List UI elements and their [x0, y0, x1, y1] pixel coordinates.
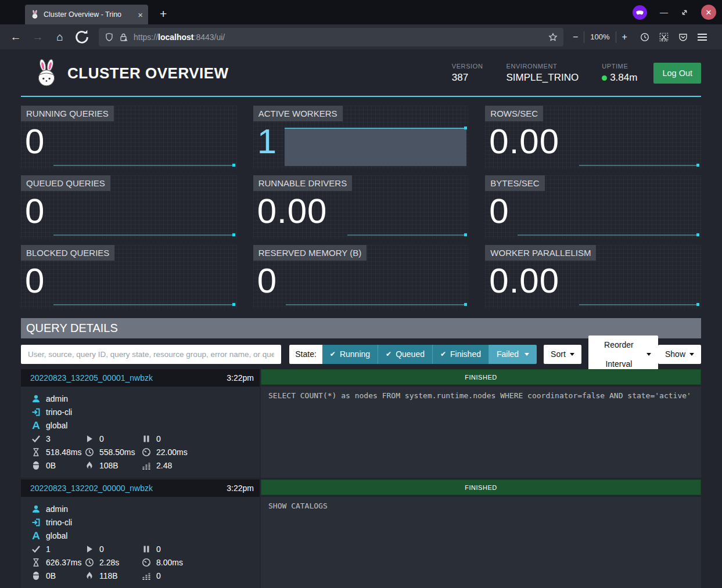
tile-running-queries: RUNNING QUERIES 0	[21, 106, 237, 169]
completed-splits-value: 1	[46, 544, 51, 554]
sparkline	[347, 235, 467, 236]
browser-toolbar: ← → ⌂ https://localhost:8443/ui/ − 100% …	[0, 24, 722, 49]
tile-label: QUEUED QUERIES	[21, 175, 110, 191]
state-filter-queued[interactable]: ✔ Queued	[378, 345, 433, 364]
query-filter-bar: State: ✔ Running ✔ Queued ✔ Finished Fai…	[21, 345, 701, 364]
zoom-in-button[interactable]: +	[622, 32, 627, 42]
pocket-icon[interactable]	[678, 33, 688, 42]
query-id-link[interactable]: 20220823_132205_00001_nwbzk	[30, 373, 153, 383]
query-row: 20220823_132202_00000_nwbzk 3:22pm FINIS…	[21, 479, 701, 588]
zoom-out-button[interactable]: −	[573, 32, 578, 42]
query-list: 20220823_132205_00001_nwbzk 3:22pm FINIS…	[21, 369, 701, 588]
sparkline	[518, 235, 699, 236]
sparkline	[53, 165, 235, 166]
uptime-block: UPTIME 3.84m	[602, 63, 637, 84]
wall-time-hourglass-icon	[31, 448, 41, 457]
tile-value: 0	[25, 264, 237, 298]
query-sql-pane: SELECT COUNT(*) as nodes FROM system.run…	[261, 387, 701, 478]
version-label: VERSION	[452, 63, 483, 70]
app-header: CLUSTER OVERVIEW VERSION 387 ENVIRONMENT…	[21, 49, 701, 97]
window-minimize-button[interactable]: —	[660, 8, 668, 17]
query-resource-group-value: global	[46, 421, 67, 430]
check-icon: ✔	[330, 345, 336, 364]
browser-tab[interactable]: Cluster Overview - Trino ×	[25, 5, 148, 24]
tile-bytes-sec: BYTES/SEC 0	[485, 175, 701, 239]
page-title: CLUSTER OVERVIEW	[67, 64, 452, 82]
tracking-shield-icon[interactable]	[105, 33, 114, 42]
running-splits-icon	[85, 544, 94, 554]
state-filter-running[interactable]: ✔ Running	[322, 345, 378, 364]
tile-label: RESERVED MEMORY (B)	[253, 245, 367, 261]
completed-splits-value: 3	[46, 434, 51, 443]
sparkline	[579, 304, 699, 305]
tab-title: Cluster Overview - Trino	[44, 10, 134, 19]
cumulative-memory-value: 0	[156, 571, 161, 580]
tile-rows-sec: ROWS/SEC 0.00	[485, 106, 701, 169]
query-user-value: admin	[46, 394, 68, 403]
caret-down-icon	[646, 353, 651, 356]
version-block: VERSION 387	[452, 63, 483, 84]
caret-down-icon	[689, 353, 694, 356]
check-icon: ✔	[440, 345, 446, 364]
new-tab-button[interactable]: +	[160, 7, 167, 21]
zoom-level[interactable]: 100%	[590, 33, 609, 41]
sparkline	[53, 235, 235, 236]
private-browsing-icon	[633, 5, 647, 20]
tile-label: BYTES/SEC	[485, 175, 544, 191]
state-filter-failed-dropdown[interactable]: Failed	[489, 345, 537, 364]
query-id-link[interactable]: 20220823_132202_00000_nwbzk	[30, 484, 153, 493]
tile-label: ROWS/SEC	[485, 106, 543, 121]
tile-value: 0	[257, 264, 469, 298]
divider	[584, 31, 584, 43]
query-time: 3:22pm	[227, 484, 254, 493]
execution-time-gauge-icon	[142, 558, 151, 567]
query-status-badge: FINISHED	[261, 369, 701, 385]
sparkline	[286, 304, 467, 305]
tile-value: 0	[489, 194, 701, 229]
environment-block: ENVIRONMENT SIMPLE_TRINO	[506, 63, 579, 84]
uptime-status-dot	[602, 75, 607, 81]
cpu-time-value: 2.28s	[99, 558, 119, 567]
caret-down-icon	[525, 353, 529, 356]
tile-value: 0	[25, 124, 237, 159]
cpu-time-clock-icon	[85, 448, 94, 457]
stat-tiles: RUNNING QUERIES 0 ACTIVE WORKERS 1 ROWS/…	[21, 106, 701, 309]
menu-hamburger-icon[interactable]	[698, 37, 707, 38]
peak-memory-value: 108B	[99, 461, 118, 470]
url-text[interactable]: https://localhost:8443/ui/	[134, 33, 543, 42]
query-source-value: trino-cli	[46, 407, 72, 417]
state-filter-finished[interactable]: ✔ Finished	[433, 345, 489, 364]
window-close-button[interactable]: ✕	[701, 5, 716, 20]
url-bar[interactable]: https://localhost:8443/ui/	[99, 28, 563, 46]
user-icon	[31, 394, 41, 403]
queued-splits-value: 0	[156, 544, 161, 554]
sort-dropdown[interactable]: Sort	[544, 345, 581, 364]
wall-time-hourglass-icon	[31, 558, 41, 567]
source-signin-icon	[31, 518, 41, 527]
current-memory-value: 0B	[46, 461, 56, 470]
running-splits-value: 0	[99, 544, 104, 554]
state-label: State:	[289, 345, 322, 364]
screenshot-scissors-icon[interactable]	[659, 33, 669, 42]
show-dropdown[interactable]: Show	[658, 345, 701, 364]
environment-label: ENVIRONMENT	[506, 63, 579, 70]
bookmark-star-icon[interactable]	[548, 33, 558, 42]
running-splits-value: 0	[99, 434, 104, 443]
history-clock-icon[interactable]	[640, 33, 649, 42]
query-sql-pane: SHOW CATALOGS	[261, 497, 701, 588]
completed-splits-icon	[31, 544, 41, 554]
logout-button[interactable]: Log Out	[653, 63, 701, 84]
query-sql-text: SHOW CATALOGS	[268, 502, 694, 510]
query-search-input[interactable]	[21, 345, 281, 364]
reload-button[interactable]	[73, 28, 91, 46]
home-button[interactable]: ⌂	[51, 28, 69, 46]
tile-label: WORKER PARALLELISM	[485, 245, 596, 261]
reorder-interval-dropdown[interactable]: Reorder Interval	[588, 336, 658, 374]
back-button[interactable]: ←	[7, 28, 24, 46]
peak-memory-flame-icon	[85, 571, 94, 580]
lock-warning-icon[interactable]	[119, 33, 128, 42]
window-restore-button[interactable]	[681, 9, 688, 16]
forward-button[interactable]: →	[29, 28, 46, 46]
tab-close-icon[interactable]: ×	[138, 10, 143, 19]
queued-splits-icon	[142, 434, 151, 443]
